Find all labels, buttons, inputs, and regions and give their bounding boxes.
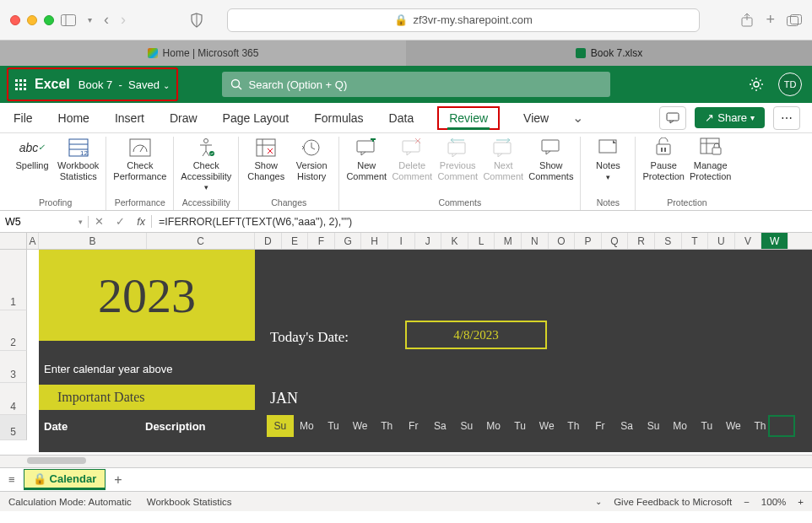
app-launcher-icon[interactable] xyxy=(15,79,26,90)
back-icon[interactable]: ‹ xyxy=(104,11,109,29)
address-bar[interactable]: 🔒 zf3vr-my.sharepoint.com xyxy=(227,8,700,32)
all-sheets-icon[interactable]: ≡ xyxy=(8,473,15,486)
col-header[interactable]: L xyxy=(468,233,495,249)
dow-cell[interactable]: Fr xyxy=(587,415,614,437)
row-header[interactable]: 3 xyxy=(0,351,27,383)
workbook-statistics-button[interactable]: 123Workbook Statistics xyxy=(57,137,99,181)
year-cell[interactable]: 2023 xyxy=(39,250,255,341)
maximize-window-icon[interactable] xyxy=(44,15,54,25)
col-header[interactable]: K xyxy=(441,233,468,249)
col-header[interactable]: O xyxy=(549,233,576,249)
notes-button[interactable]: Notes▾ xyxy=(587,137,628,181)
settings-icon[interactable] xyxy=(748,76,765,93)
tab-page-layout[interactable]: Page Layout xyxy=(221,106,291,130)
tab-review[interactable]: Review xyxy=(437,106,500,130)
manage-protection-button[interactable]: Manage Protection xyxy=(690,137,732,181)
user-avatar[interactable]: TD xyxy=(778,73,802,96)
dow-cell[interactable]: Fr xyxy=(400,415,427,437)
tab-file[interactable]: File xyxy=(12,106,35,130)
dow-cell[interactable]: Su xyxy=(453,415,480,437)
dow-cell[interactable]: Th xyxy=(560,415,587,437)
dow-cell[interactable]: Su xyxy=(267,415,294,437)
file-name-button[interactable]: Book 7 - Saved ⌄ xyxy=(78,78,170,91)
chevron-down-icon[interactable]: ⌄ xyxy=(572,110,583,126)
col-header[interactable]: B xyxy=(39,233,147,249)
tab-draw[interactable]: Draw xyxy=(168,106,199,130)
col-header[interactable]: U xyxy=(708,233,735,249)
zoom-in-button[interactable]: + xyxy=(798,497,804,507)
forward-icon[interactable]: › xyxy=(121,11,126,29)
close-window-icon[interactable] xyxy=(10,15,20,25)
row-header[interactable]: 4 xyxy=(0,383,27,415)
tab-home[interactable]: Home xyxy=(57,106,91,130)
col-header[interactable]: S xyxy=(655,233,682,249)
col-header[interactable]: P xyxy=(575,233,602,249)
col-header[interactable]: V xyxy=(735,233,762,249)
browser-tab-book7[interactable]: Book 7.xlsx xyxy=(406,40,812,66)
dow-cell[interactable]: Tu xyxy=(320,415,347,437)
calc-mode-label[interactable]: Calculation Mode: Automatic xyxy=(8,497,132,507)
workbook-stats-label[interactable]: Workbook Statistics xyxy=(147,497,232,507)
col-header[interactable]: R xyxy=(628,233,655,249)
row-header[interactable]: 5 xyxy=(0,415,27,440)
col-header[interactable]: N xyxy=(522,233,549,249)
spelling-button[interactable]: abc✓Spelling xyxy=(12,137,52,171)
col-header-selected[interactable]: W xyxy=(761,233,788,249)
row-header[interactable]: 1 xyxy=(0,250,27,310)
dow-cell[interactable]: Sa xyxy=(427,415,454,437)
dow-cell[interactable]: Th xyxy=(747,415,774,437)
dow-cell[interactable]: Mo xyxy=(480,415,507,437)
add-sheet-button[interactable]: + xyxy=(114,472,122,488)
dow-cell[interactable]: Tu xyxy=(506,415,533,437)
shield-icon[interactable] xyxy=(190,13,203,28)
col-header[interactable]: Q xyxy=(602,233,629,249)
cells-area[interactable]: 2023 Today's Date: 4/8/2023 Enter calend… xyxy=(27,250,812,455)
dow-cell[interactable]: We xyxy=(533,415,560,437)
dow-cell[interactable]: Tu xyxy=(694,415,721,437)
formula-input[interactable]: =IFERROR(LEFT(TEXT(W6,"aaa"), 2),"") xyxy=(152,216,812,228)
select-all-corner[interactable] xyxy=(0,233,27,249)
check-accessibility-button[interactable]: Check Accessibility▾ xyxy=(181,137,231,192)
col-header[interactable]: F xyxy=(308,233,335,249)
dow-cell[interactable]: Mo xyxy=(667,415,694,437)
dow-cell[interactable]: Th xyxy=(373,415,400,437)
col-header[interactable]: E xyxy=(282,233,309,249)
tab-data[interactable]: Data xyxy=(387,106,416,130)
comments-pane-button[interactable] xyxy=(659,106,686,130)
tab-insert[interactable]: Insert xyxy=(113,106,146,130)
col-header[interactable]: T xyxy=(682,233,709,249)
browser-tab-home[interactable]: Home | Microsoft 365 xyxy=(0,40,406,66)
horizontal-scrollbar[interactable] xyxy=(0,456,812,467)
dow-cell[interactable]: Sa xyxy=(614,415,641,437)
col-header[interactable]: G xyxy=(335,233,362,249)
minimize-window-icon[interactable] xyxy=(27,15,37,25)
check-performance-button[interactable]: Check Performance xyxy=(113,137,166,181)
tab-formulas[interactable]: Formulas xyxy=(312,106,365,130)
share-icon[interactable] xyxy=(740,13,754,28)
new-tab-icon[interactable]: + xyxy=(766,11,775,29)
scrollbar-thumb[interactable] xyxy=(27,457,86,464)
more-options-button[interactable]: ⋯ xyxy=(773,106,800,130)
new-comment-button[interactable]: New Comment xyxy=(346,137,387,181)
col-header[interactable]: D xyxy=(255,233,282,249)
share-button[interactable]: ↗Share▾ xyxy=(695,107,765,128)
chevron-down-icon[interactable]: ⌄ xyxy=(595,497,602,506)
show-comments-button[interactable]: Show Comments xyxy=(528,137,573,181)
enter-formula-icon[interactable]: ✓ xyxy=(116,215,125,228)
dow-cell[interactable]: We xyxy=(720,415,747,437)
zoom-out-button[interactable]: − xyxy=(744,497,750,507)
col-header[interactable]: A xyxy=(27,233,39,249)
version-history-button[interactable]: Version History xyxy=(291,137,332,181)
dow-cell[interactable]: Su xyxy=(640,415,667,437)
dow-cell[interactable]: We xyxy=(347,415,374,437)
cancel-formula-icon[interactable]: ✕ xyxy=(95,215,104,228)
pause-protection-button[interactable]: Pause Protection xyxy=(642,137,685,181)
col-header[interactable]: C xyxy=(147,233,255,249)
zoom-level[interactable]: 100% xyxy=(761,497,786,507)
tabs-overview-icon[interactable] xyxy=(787,14,802,26)
sidebar-toggle-icon[interactable] xyxy=(61,14,76,26)
name-box[interactable]: W5▾ xyxy=(0,216,89,228)
tab-view[interactable]: View xyxy=(522,106,550,130)
chevron-down-icon[interactable]: ▾ xyxy=(88,15,92,24)
col-header[interactable]: J xyxy=(415,233,442,249)
